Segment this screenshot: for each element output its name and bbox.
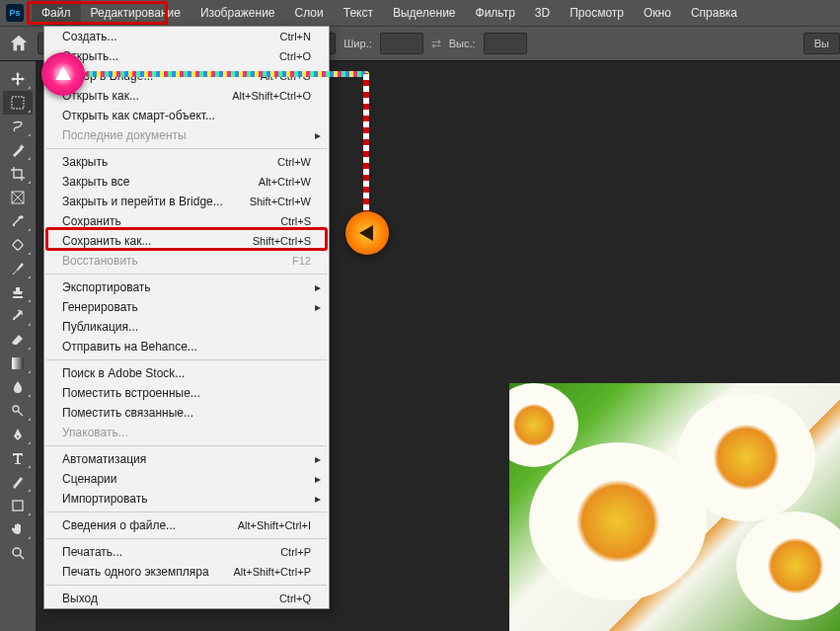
menu-edit[interactable]: Редактирование bbox=[81, 0, 191, 26]
tool-marquee[interactable] bbox=[3, 91, 33, 115]
menu-item-сценарии[interactable]: Сценарии▸ bbox=[44, 469, 329, 489]
menu-item-экспортировать[interactable]: Экспортировать▸ bbox=[44, 277, 329, 297]
menu-separator bbox=[46, 538, 327, 539]
annotation-step-2-icon bbox=[345, 211, 389, 255]
tool-wand[interactable] bbox=[3, 138, 33, 162]
tool-crop[interactable] bbox=[3, 162, 33, 186]
menu-item-последние-документы: Последние документы▸ bbox=[44, 125, 329, 145]
menu-item-упаковать---: Упаковать... bbox=[44, 423, 329, 442]
menu-item-создать---[interactable]: Создать...Ctrl+N bbox=[44, 27, 329, 46]
annotation-step-1-icon bbox=[41, 52, 85, 96]
annotation-connector bbox=[363, 73, 369, 216]
menu-item-сохранить[interactable]: СохранитьCtrl+S bbox=[44, 211, 329, 231]
menu-bar: Ps Файл Редактирование Изображение Слои … bbox=[0, 0, 840, 26]
menu-window[interactable]: Окно bbox=[634, 0, 681, 26]
menu-item-закрыть-и-перейти-в-bridge---[interactable]: Закрыть и перейти в Bridge...Shift+Ctrl+… bbox=[44, 192, 329, 211]
height-field[interactable] bbox=[484, 33, 527, 54]
tool-blur[interactable] bbox=[3, 375, 33, 399]
tool-pen[interactable] bbox=[3, 423, 33, 446]
swap-icon[interactable]: ⇄ bbox=[431, 37, 441, 50]
canvas-image bbox=[509, 383, 840, 631]
tool-bar bbox=[0, 61, 36, 631]
menu-item-отправить-на-behance---[interactable]: Отправить на Behance... bbox=[44, 337, 329, 356]
tool-stamp[interactable] bbox=[3, 280, 33, 304]
menu-separator bbox=[46, 445, 327, 446]
menu-item-импортировать[interactable]: Импортировать▸ bbox=[44, 489, 329, 509]
tool-eyedropper[interactable] bbox=[3, 209, 33, 233]
menu-item-закрыть[interactable]: ЗакрытьCtrl+W bbox=[44, 152, 329, 172]
menu-item-закрыть-все[interactable]: Закрыть всеAlt+Ctrl+W bbox=[44, 172, 329, 192]
menu-item-выход[interactable]: ВыходCtrl+Q bbox=[44, 589, 329, 608]
tool-type[interactable] bbox=[3, 446, 33, 470]
menu-separator bbox=[46, 359, 327, 360]
tool-lasso[interactable] bbox=[3, 115, 33, 138]
menu-item-автоматизация[interactable]: Автоматизация▸ bbox=[44, 449, 329, 469]
menu-file[interactable]: Файл bbox=[32, 0, 81, 26]
tool-heal[interactable] bbox=[3, 233, 33, 257]
svg-rect-5 bbox=[12, 357, 24, 369]
menu-separator bbox=[46, 585, 327, 586]
menu-3d[interactable]: 3D bbox=[525, 0, 560, 26]
annotation-connector bbox=[85, 71, 369, 77]
width-field[interactable] bbox=[380, 33, 423, 54]
svg-point-8 bbox=[13, 548, 21, 556]
menu-item-публикация---[interactable]: Публикация... bbox=[44, 317, 329, 337]
tool-path[interactable] bbox=[3, 470, 33, 494]
app-icon: Ps bbox=[6, 4, 24, 22]
tool-dodge[interactable] bbox=[3, 399, 33, 423]
menu-item-поиск-в-adobe-stock---[interactable]: Поиск в Adobe Stock... bbox=[44, 363, 329, 383]
menu-separator bbox=[46, 274, 327, 275]
menu-item-поместить-связанные---[interactable]: Поместить связанные... bbox=[44, 403, 329, 423]
menu-separator bbox=[46, 512, 327, 513]
menu-filter[interactable]: Фильтр bbox=[466, 0, 525, 26]
tool-zoom[interactable] bbox=[3, 541, 33, 565]
svg-rect-4 bbox=[12, 239, 23, 250]
menu-item-печать-одного-экземпляра[interactable]: Печать одного экземпляраAlt+Shift+Ctrl+P bbox=[44, 562, 329, 582]
svg-rect-2 bbox=[12, 97, 24, 109]
svg-rect-7 bbox=[13, 501, 23, 511]
home-icon[interactable] bbox=[8, 33, 30, 54]
menu-item-сохранить-как---[interactable]: Сохранить как...Shift+Ctrl+S bbox=[44, 231, 329, 251]
tool-brush[interactable] bbox=[3, 257, 33, 280]
height-label: Выс.: bbox=[449, 38, 476, 49]
select-subject-button[interactable]: Вы bbox=[803, 33, 840, 54]
menu-item-открыть-как-смарт-объект---[interactable]: Открыть как смарт-объект... bbox=[44, 106, 329, 125]
menu-layer[interactable]: Слои bbox=[285, 0, 334, 26]
tool-move[interactable] bbox=[3, 67, 33, 91]
menu-type[interactable]: Текст bbox=[334, 0, 383, 26]
menu-item-восстановить: ВосстановитьF12 bbox=[44, 251, 329, 271]
menu-image[interactable]: Изображение bbox=[191, 0, 285, 26]
menu-item-поместить-встроенные---[interactable]: Поместить встроенные... bbox=[44, 383, 329, 403]
menu-select[interactable]: Выделение bbox=[383, 0, 466, 26]
tool-shape[interactable] bbox=[3, 494, 33, 517]
menu-item-генерировать[interactable]: Генерировать▸ bbox=[44, 297, 329, 317]
menu-view[interactable]: Просмотр bbox=[560, 0, 634, 26]
menu-item-сведения-о-файле---[interactable]: Сведения о файле...Alt+Shift+Ctrl+I bbox=[44, 515, 329, 535]
menu-separator bbox=[46, 148, 327, 149]
tool-frame[interactable] bbox=[3, 186, 33, 209]
menu-item-открыть---[interactable]: Открыть...Ctrl+O bbox=[44, 46, 329, 66]
tool-history[interactable] bbox=[3, 304, 33, 328]
menu-item-открыть-как---[interactable]: Открыть как...Alt+Shift+Ctrl+O bbox=[44, 86, 329, 106]
menu-item-печатать---[interactable]: Печатать...Ctrl+P bbox=[44, 542, 329, 562]
tool-gradient[interactable] bbox=[3, 352, 33, 375]
tool-hand[interactable] bbox=[3, 517, 33, 541]
tool-eraser[interactable] bbox=[3, 328, 33, 352]
file-menu-dropdown: Создать...Ctrl+NОткрыть...Ctrl+OОбзор в … bbox=[43, 26, 330, 609]
width-label: Шир.: bbox=[344, 38, 371, 49]
menu-help[interactable]: Справка bbox=[681, 0, 747, 26]
